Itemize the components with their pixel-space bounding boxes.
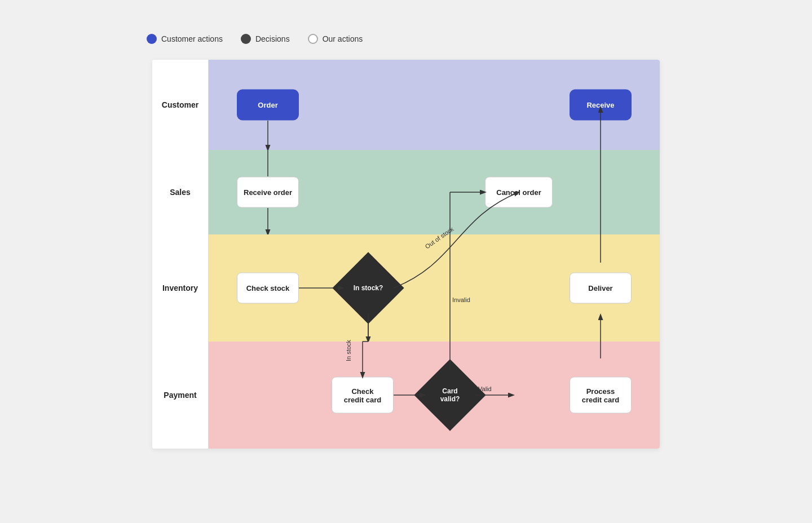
- lane-sales: Receive order Cancel order: [209, 150, 660, 234]
- order-node: Order: [237, 90, 299, 121]
- diagram-content: Order Receive Receive order: [209, 60, 660, 449]
- legend: Customer actions Decisions Our actions: [147, 34, 363, 44]
- process-credit-card-node: Process credit card: [570, 377, 632, 414]
- our-actions-label: Our actions: [323, 34, 363, 43]
- decisions-label: Decisions: [255, 34, 290, 43]
- legend-our-actions: Our actions: [308, 34, 363, 44]
- lane-label-payment: Payment: [152, 342, 208, 449]
- lane-customer: Order Receive: [209, 60, 660, 150]
- swimlane-labels: Customer Sales Inventory Payment: [152, 60, 209, 449]
- lane-label-sales: Sales: [152, 150, 208, 234]
- deliver-node: Deliver: [570, 273, 632, 304]
- decisions-dot: [241, 34, 251, 44]
- check-credit-card-node: Check credit card: [332, 377, 394, 414]
- receive-order-node: Receive order: [237, 177, 299, 208]
- customer-actions-label: Customer actions: [161, 34, 223, 43]
- diagram-wrapper: Customer Sales Inventory Payment Order R…: [152, 60, 660, 449]
- legend-decisions: Decisions: [241, 34, 290, 44]
- check-stock-node: Check stock: [237, 273, 299, 304]
- receive-node: Receive: [570, 90, 632, 121]
- cancel-order-node: Cancel order: [485, 177, 553, 208]
- in-stock-diamond: [332, 252, 404, 323]
- customer-actions-dot: [147, 34, 157, 44]
- lane-inventory: Check stock In stock? Deliver: [209, 234, 660, 342]
- legend-customer-actions: Customer actions: [147, 34, 223, 44]
- lane-label-customer: Customer: [152, 60, 208, 150]
- our-actions-dot: [308, 34, 318, 44]
- lane-payment: Check credit card Card valid? Process cr…: [209, 342, 660, 449]
- card-valid-diamond: [414, 359, 486, 431]
- lane-label-inventory: Inventory: [152, 234, 208, 342]
